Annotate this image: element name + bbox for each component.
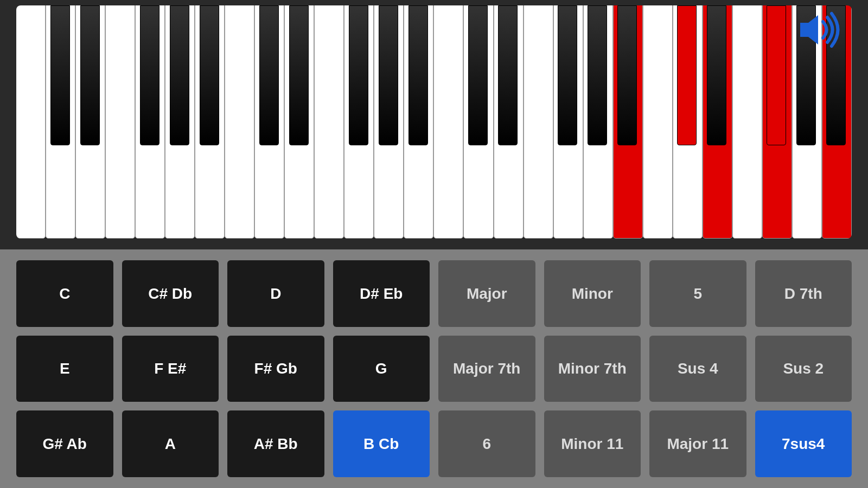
white-key-7[interactable] — [195, 5, 225, 239]
white-key-11[interactable] — [314, 5, 344, 239]
white-key-10[interactable] — [284, 5, 314, 239]
white-key-20[interactable] — [583, 5, 613, 239]
white-key-6[interactable] — [165, 5, 195, 239]
white-key-19[interactable] — [553, 5, 583, 239]
key-g-sharp[interactable]: G# Ab — [16, 410, 113, 477]
white-key-12[interactable] — [344, 5, 374, 239]
button-row-2: G# AbAA# BbB Cb6Minor 11Major 117sus4 — [16, 410, 852, 477]
chord-sus4[interactable]: Sus 4 — [649, 336, 746, 402]
white-key-1[interactable] — [16, 5, 46, 239]
chord-sus2[interactable]: Sus 2 — [755, 336, 852, 402]
white-key-3[interactable] — [75, 5, 105, 239]
white-key-22[interactable] — [643, 5, 673, 239]
chord-7sus4[interactable]: 7sus4 — [755, 410, 852, 477]
key-c[interactable]: C — [16, 260, 113, 327]
key-f[interactable]: F E# — [122, 336, 219, 402]
chord-min7[interactable]: Minor 7th — [544, 336, 641, 402]
chord-5[interactable]: 5 — [649, 260, 746, 327]
white-key-15[interactable] — [433, 5, 463, 239]
piano-keyboard[interactable] — [16, 5, 852, 239]
key-d[interactable]: D — [227, 260, 324, 327]
key-a[interactable]: A — [122, 410, 219, 477]
piano-section — [0, 0, 868, 249]
key-e[interactable]: E — [16, 336, 113, 402]
white-key-5[interactable] — [135, 5, 165, 239]
white-key-14[interactable] — [404, 5, 433, 239]
white-key-23[interactable] — [673, 5, 703, 239]
chord-d7[interactable]: D 7th — [755, 260, 852, 327]
button-row-0: CC# DbDD# EbMajorMinor5D 7th — [16, 260, 852, 327]
key-a-sharp[interactable]: A# Bb — [227, 410, 324, 477]
chord-maj11[interactable]: Major 11 — [649, 410, 746, 477]
white-key-25[interactable] — [732, 5, 762, 239]
white-key-26[interactable] — [762, 5, 792, 239]
white-key-24[interactable] — [703, 5, 732, 239]
white-key-13[interactable] — [374, 5, 404, 239]
white-key-17[interactable] — [494, 5, 524, 239]
button-row-1: EF E#F# GbGMajor 7thMinor 7thSus 4Sus 2 — [16, 336, 852, 402]
key-b[interactable]: B Cb — [333, 410, 430, 477]
chord-maj7[interactable]: Major 7th — [438, 336, 535, 402]
white-key-21[interactable] — [613, 5, 643, 239]
sound-icon[interactable] — [797, 11, 841, 56]
white-key-18[interactable] — [524, 5, 553, 239]
svg-marker-0 — [800, 15, 818, 44]
chord-minor[interactable]: Minor — [544, 260, 641, 327]
key-g[interactable]: G — [333, 336, 430, 402]
white-key-2[interactable] — [46, 5, 75, 239]
buttons-section: CC# DbDD# EbMajorMinor5D 7thEF E#F# GbGM… — [0, 249, 868, 488]
key-c-sharp[interactable]: C# Db — [122, 260, 219, 327]
chord-6[interactable]: 6 — [438, 410, 535, 477]
white-key-16[interactable] — [463, 5, 493, 239]
chord-min11[interactable]: Minor 11 — [544, 410, 641, 477]
key-d-sharp[interactable]: D# Eb — [333, 260, 430, 327]
white-key-8[interactable] — [225, 5, 254, 239]
white-key-9[interactable] — [254, 5, 284, 239]
white-key-4[interactable] — [105, 5, 135, 239]
key-f-sharp[interactable]: F# Gb — [227, 336, 324, 402]
chord-major[interactable]: Major — [438, 260, 535, 327]
